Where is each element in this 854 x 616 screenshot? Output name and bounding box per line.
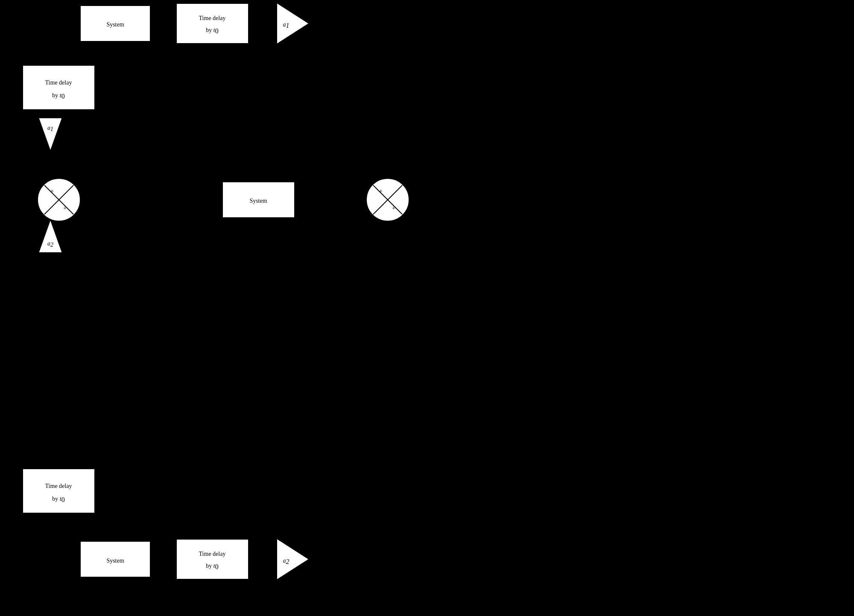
triangle-a1-down — [40, 119, 61, 149]
plus-top-right: + — [379, 188, 383, 194]
timedelay-block-left-top — [23, 66, 94, 109]
system-label-bot: System — [106, 558, 124, 564]
system-label-mid: System — [249, 198, 267, 204]
timedelay-label-leftbot-1: Time delay — [45, 483, 72, 489]
diagram-canvas: System Time delay by t0 a1 Time delay by… — [0, 0, 854, 616]
triangle-a1-top — [278, 4, 307, 43]
plus-bot-left: + — [63, 205, 67, 211]
timedelay-block-left-bot — [23, 470, 94, 512]
triangle-a2-bot — [278, 540, 307, 578]
system-label-top: System — [106, 21, 124, 28]
plus-top-left: + — [50, 188, 54, 194]
timedelay-label-bot-1: Time delay — [199, 551, 226, 557]
timedelay-block-top — [177, 4, 248, 43]
plus-bot-right: + — [392, 205, 395, 211]
timedelay-label-top-1: Time delay — [199, 15, 226, 21]
timedelay-label-lefttop-1: Time delay — [45, 79, 72, 86]
timedelay-block-bot — [177, 540, 248, 578]
